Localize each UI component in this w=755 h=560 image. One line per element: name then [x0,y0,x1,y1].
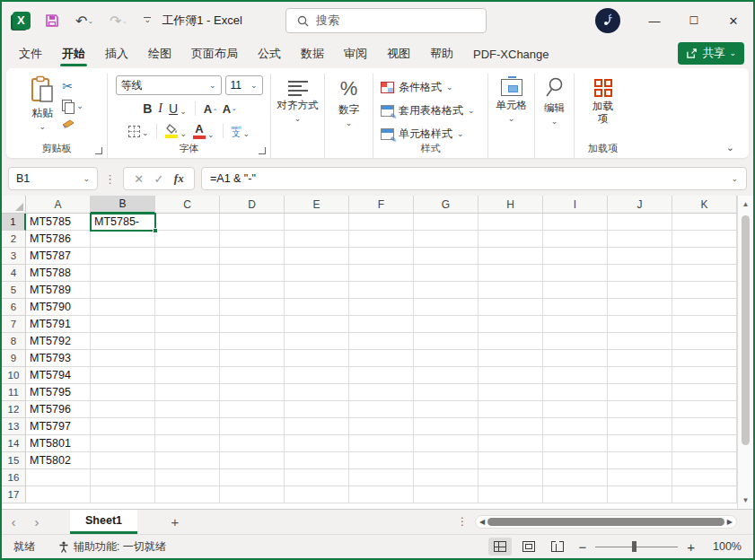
row-header-2[interactable]: 2 [2,231,26,248]
cell-I11[interactable] [543,384,608,401]
cell-G6[interactable] [414,299,478,316]
cell-B16[interactable] [91,469,155,486]
account-avatar[interactable] [595,8,620,33]
cell-H8[interactable] [478,333,543,350]
cell-F17[interactable] [349,486,414,503]
cell-E8[interactable] [285,333,349,350]
cell-K3[interactable] [672,248,737,265]
zoom-slider[interactable] [595,540,678,553]
cell-G7[interactable] [414,316,478,333]
cell-F5[interactable] [349,282,414,299]
cell-D2[interactable] [220,231,285,248]
cell-E6[interactable] [285,299,349,316]
cell-D16[interactable] [220,469,285,486]
tab-公式[interactable]: 公式 [248,39,291,68]
cell-A1[interactable]: MT5785 [26,214,91,231]
column-header-G[interactable]: G [414,196,478,214]
tab-文件[interactable]: 文件 [9,39,52,68]
column-header-J[interactable]: J [608,196,672,214]
undo-button[interactable]: ↶⌄ [74,11,95,31]
cell-C9[interactable] [155,350,220,367]
cell-K8[interactable] [672,333,737,350]
select-all-corner[interactable] [2,196,26,214]
cell-A17[interactable] [26,486,91,503]
cell-J15[interactable] [608,452,672,469]
page-break-view-button[interactable] [546,538,569,556]
horizontal-scroll-thumb[interactable] [487,518,724,526]
row-header-6[interactable]: 6 [2,299,26,316]
column-header-I[interactable]: I [543,196,608,214]
cell-C17[interactable] [155,486,220,503]
cell-H9[interactable] [478,350,543,367]
tab-PDF-XChange[interactable]: PDF-XChange [463,39,559,68]
close-button[interactable]: ✕ [714,2,753,39]
new-sheet-button[interactable]: + [157,510,193,534]
cell-G17[interactable] [414,486,478,503]
borders-button[interactable]: ⌄ [128,126,149,137]
maximize-button[interactable]: ☐ [674,2,714,39]
redo-button[interactable]: ↷⌄ [108,11,129,31]
column-header-H[interactable]: H [478,196,543,214]
cell-K7[interactable] [672,316,737,333]
row-header-13[interactable]: 13 [2,418,26,435]
cell-B15[interactable] [91,452,155,469]
row-header-10[interactable]: 10 [2,367,26,384]
tab-视图[interactable]: 视图 [377,39,420,68]
cell-H11[interactable] [478,384,543,401]
cell-A9[interactable]: MT5793 [26,350,91,367]
tab-开始[interactable]: 开始 [52,39,95,68]
cell-H3[interactable] [478,248,543,265]
cell-C4[interactable] [155,265,220,282]
zoom-slider-thumb[interactable] [632,541,636,552]
cell-J13[interactable] [608,418,672,435]
format-painter-button[interactable] [62,118,83,130]
cells-button[interactable]: 单元格 ⌄ [496,74,527,123]
excel-logo-icon[interactable] [13,12,31,30]
cell-K6[interactable] [672,299,737,316]
cell-H14[interactable] [478,435,543,452]
cell-K11[interactable] [672,384,737,401]
cell-C10[interactable] [155,367,220,384]
cell-A11[interactable]: MT5795 [26,384,91,401]
underline-button[interactable]: U⌄ [169,101,187,116]
cell-D6[interactable] [220,299,285,316]
cell-G8[interactable] [414,333,478,350]
horizontal-scrollbar[interactable]: ◀ ▶ [475,515,737,529]
cut-button[interactable]: ✂ [62,79,83,93]
editing-button[interactable]: 编辑 ⌄ [544,74,565,126]
cell-H15[interactable] [478,452,543,469]
copy-button[interactable]: ⌄ [62,100,83,112]
cell-A6[interactable]: MT5790 [26,299,91,316]
row-header-16[interactable]: 16 [2,469,26,486]
cell-C12[interactable] [155,401,220,418]
cell-H7[interactable] [478,316,543,333]
scroll-up-icon[interactable]: ▲ [738,200,753,208]
cell-I12[interactable] [543,401,608,418]
cell-B9[interactable] [91,350,155,367]
cell-K16[interactable] [672,469,737,486]
cell-F12[interactable] [349,401,414,418]
cell-G10[interactable] [414,367,478,384]
addins-button[interactable]: 加载项 [588,74,619,126]
cell-K10[interactable] [672,367,737,384]
cell-C16[interactable] [155,469,220,486]
vertical-scroll-thumb[interactable] [742,215,750,445]
cell-I16[interactable] [543,469,608,486]
cell-G16[interactable] [414,469,478,486]
cell-K9[interactable] [672,350,737,367]
column-header-D[interactable]: D [220,196,285,214]
cell-C3[interactable] [155,248,220,265]
expand-formula-bar-icon[interactable]: ⌄ [731,175,738,183]
share-button[interactable]: 共享 ⌄ [678,42,744,65]
cell-A10[interactable]: MT5794 [26,367,91,384]
cell-D8[interactable] [220,333,285,350]
cell-H1[interactable] [478,214,543,231]
cell-D10[interactable] [220,367,285,384]
row-header-9[interactable]: 9 [2,350,26,367]
cell-J17[interactable] [608,486,672,503]
cell-H12[interactable] [478,401,543,418]
cell-H6[interactable] [478,299,543,316]
tab-插入[interactable]: 插入 [95,39,138,68]
format-as-table-button[interactable]: 套用表格格式 ⌄ [373,99,487,122]
confirm-entry-button[interactable]: ✓ [154,172,164,186]
